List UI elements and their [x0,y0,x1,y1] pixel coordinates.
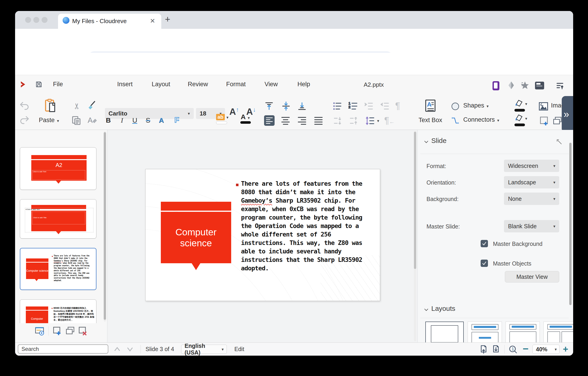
shape-fill-icon[interactable]: ▼ [514,99,528,112]
traffic-light-zoom[interactable] [42,17,48,23]
menu-format[interactable]: Format [226,81,246,88]
add-slide-icon[interactable] [52,326,63,336]
increase-indent-icon[interactable] [380,101,390,111]
image-icon[interactable] [538,101,549,112]
orientation-select[interactable]: Landscape▼ [504,176,559,188]
connectors-label[interactable]: Connectors ▼ [463,116,500,123]
shapes-circle-icon[interactable] [451,102,460,111]
menu-layout[interactable]: Layout [152,81,170,88]
align-right-icon[interactable] [297,116,307,126]
slides-stack-icon[interactable] [552,116,562,126]
align-bottom-icon[interactable] [297,101,307,111]
search-next-icon[interactable] [126,345,134,353]
card-icon[interactable] [535,82,544,89]
move-forward-icon[interactable] [349,116,359,126]
mode-label[interactable]: Edit [234,346,244,353]
delete-slide-icon[interactable] [78,326,88,336]
underline-icon[interactable]: U [130,115,139,125]
favorites-star-icon[interactable] [520,81,530,90]
open-advanced-settings-icon[interactable] [556,139,562,145]
align-left-icon-active[interactable] [264,115,274,126]
callout-banner[interactable] [161,202,231,211]
save-icon[interactable] [35,81,42,88]
master-slide-select[interactable]: Blank Slide▼ [504,220,559,232]
format-painter-icon[interactable] [86,100,97,111]
copy-icon[interactable] [71,115,82,126]
slide-thumbnail-2[interactable]: ▪Click to add Text Click to add Title [20,199,96,239]
theme-icon[interactable] [493,81,499,90]
canvas-scrollbar-thumb[interactable] [414,132,416,269]
fit-slide-icon[interactable] [479,344,488,354]
cut-scissors-icon[interactable]: ✂ [72,101,82,111]
traffic-light-minimize[interactable] [33,17,39,23]
collapse-section-chevron-icon[interactable] [423,139,429,144]
slide-thumbnail-1[interactable]: A2 Click to add Text [20,147,96,190]
slide-fill-icon[interactable]: ▼ [514,114,528,126]
search-previous-icon[interactable] [113,345,121,353]
strikethrough-icon[interactable]: S [143,115,153,125]
text-box-icon[interactable]: A [424,99,436,112]
expand-toolbar-chevrons[interactable]: » [562,96,573,132]
redo-icon[interactable] [19,115,30,125]
image-label[interactable]: Image [551,102,562,109]
menu-file[interactable]: File [53,81,63,88]
slide-thumbnail-3-selected[interactable]: Computer science There are lots of featu… [20,248,96,290]
bold-icon[interactable]: B [104,115,113,125]
slide-body-text[interactable]: There are lots of features from the 8080… [241,179,369,272]
format-select[interactable]: Widescreen▼ [504,160,559,172]
duplicate-slide-icon[interactable] [65,326,75,336]
traffic-light-close[interactable] [25,17,31,23]
fit-width-icon[interactable] [491,344,501,354]
menu-review[interactable]: Review [188,81,208,88]
gem-icon[interactable] [507,81,516,90]
zoom-in-icon[interactable]: + [563,344,568,354]
master-objects-checkbox[interactable] [481,260,488,267]
master-background-checkbox[interactable] [481,240,488,247]
italic-icon[interactable]: I [117,115,126,125]
move-backward-icon[interactable] [333,116,343,126]
menu-help[interactable]: Help [297,81,310,88]
paste-label[interactable]: Paste ▼ [39,117,60,124]
undo-icon[interactable] [19,101,30,111]
superscript-subscript-icon[interactable]: A [157,115,166,125]
new-tab-button[interactable]: + [165,14,170,24]
connectors-icon[interactable] [451,116,460,125]
align-justify-icon[interactable] [314,116,324,126]
start-slideshow-icon[interactable] [34,326,45,336]
decrease-indent-icon[interactable] [364,101,374,111]
clear-format-icon[interactable]: A [87,115,97,126]
zoom-level-select[interactable]: 40%▼ [533,345,559,354]
callout-title-box[interactable]: Computer science [161,212,231,263]
text-direction-icon[interactable]: ¶ [395,101,400,111]
canvas-scrollbar-track[interactable] [414,131,416,341]
shapes-label[interactable]: Shapes ▼ [463,102,489,109]
paste-icon[interactable] [44,98,58,113]
bullets-icon[interactable] [332,101,342,111]
increase-font-icon[interactable]: A↑ [229,106,239,117]
add-placeholder-icon[interactable] [539,116,550,126]
language-select[interactable]: English (USA)▼ [181,345,227,354]
user-settings-icon[interactable] [556,81,564,90]
align-top-icon[interactable] [264,101,274,111]
menu-view[interactable]: View [264,81,278,88]
line-spacing-caret[interactable]: ▼ [377,119,380,123]
align-center-icon[interactable] [281,116,291,126]
highlight-color-icon[interactable]: ab ▼ [216,114,229,124]
background-select[interactable]: None▼ [504,193,559,205]
thumbnails-scrollbar-thumb[interactable] [104,132,106,320]
menu-insert[interactable]: Insert [117,81,133,88]
layouts-section-chevron-icon[interactable] [423,307,429,312]
zoom-out-icon[interactable]: − [523,343,529,354]
thumbnails-scrollbar-track[interactable] [104,131,106,321]
paragraph-settings-icon[interactable]: ¶← [384,115,395,126]
font-style-f-icon[interactable]: F [172,115,181,125]
slide-canvas[interactable]: Computer science There are lots of featu… [107,130,417,342]
browser-tab[interactable]: My Files - Cloudreve ✕ [58,14,161,29]
slide-3[interactable]: Computer science There are lots of featu… [145,169,380,301]
search-input[interactable] [18,344,108,354]
text-box-label[interactable]: Text Box [418,117,443,124]
slide-thumbnail-4[interactable]: Computer 8080 芯片的很多功能都没有加入 Gameboy 的夏普 L… [20,299,96,323]
numbering-icon[interactable]: 12 [348,101,358,111]
font-color-icon[interactable]: A▼ [240,113,251,124]
zoom-100-icon[interactable]: 1 [508,345,518,354]
